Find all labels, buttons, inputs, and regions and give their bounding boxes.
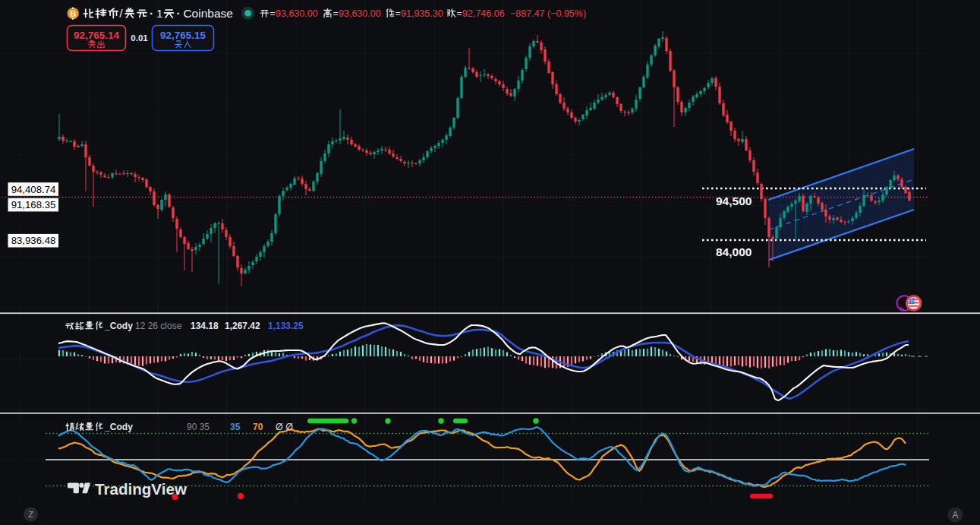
svg-text:1: 1	[156, 7, 163, 20]
svg-text:_Cody: _Cody	[104, 422, 133, 432]
svg-text:92,765.14: 92,765.14	[74, 30, 120, 41]
svg-text:134.18: 134.18	[191, 321, 219, 331]
svg-text:Ø Ø: Ø Ø	[276, 422, 293, 432]
svg-text:94,500: 94,500	[716, 195, 752, 207]
svg-text:91,935.30: 91,935.30	[401, 8, 443, 19]
svg-text:12 26 close: 12 26 close	[135, 321, 182, 331]
svg-text:/: /	[119, 7, 123, 20]
svg-text:=: =	[333, 8, 339, 19]
svg-text:92,765.15: 92,765.15	[160, 30, 206, 41]
svg-text:93,630.00: 93,630.00	[339, 8, 381, 19]
svg-text:A: A	[952, 510, 958, 520]
svg-text:0.01: 0.01	[131, 33, 148, 43]
svg-text:90 35: 90 35	[187, 422, 210, 432]
svg-text:=: =	[395, 8, 401, 19]
svg-text:92,746.06: 92,746.06	[462, 8, 505, 19]
svg-text:=: =	[457, 8, 462, 19]
svg-text:91,168.35: 91,168.35	[11, 199, 56, 210]
svg-text:35: 35	[230, 422, 241, 432]
svg-text:1,267.42: 1,267.42	[225, 321, 260, 331]
svg-text:B: B	[70, 9, 76, 18]
svg-text:−887.47 (−0.95%): −887.47 (−0.95%)	[510, 8, 586, 19]
svg-text:1,133.25: 1,133.25	[268, 321, 304, 331]
svg-text:83,936.48: 83,936.48	[11, 235, 56, 246]
svg-text:Coinbase: Coinbase	[183, 7, 233, 20]
svg-text:=: =	[270, 8, 276, 19]
svg-text:TradingView: TradingView	[95, 480, 187, 498]
svg-text:·: ·	[150, 7, 153, 20]
svg-text:84,000: 84,000	[716, 245, 752, 258]
svg-text:·: ·	[176, 7, 180, 20]
svg-text:94,408.74: 94,408.74	[11, 184, 56, 195]
svg-text:93,630.00: 93,630.00	[276, 8, 318, 19]
svg-text:_Cody: _Cody	[104, 321, 133, 331]
svg-text:Z: Z	[28, 510, 33, 519]
svg-text:70: 70	[253, 422, 263, 432]
